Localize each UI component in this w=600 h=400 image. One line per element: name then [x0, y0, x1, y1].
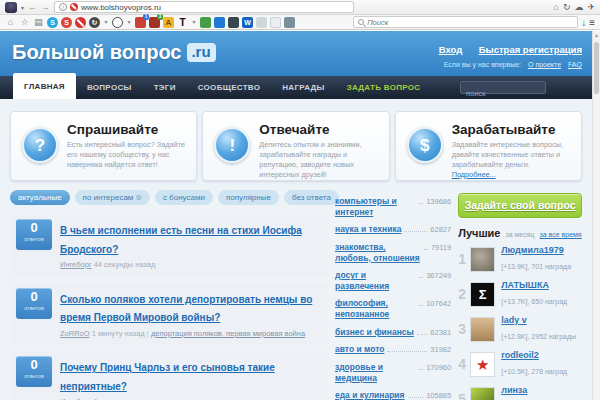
- dotted-leader: [419, 305, 423, 306]
- user-rank: 2: [458, 286, 470, 302]
- nav-item-community[interactable]: СООБЩЕСТВО: [187, 76, 272, 99]
- tab-alltime[interactable]: за все время: [540, 231, 582, 238]
- avatar[interactable]: [470, 317, 495, 342]
- sync-cloud-icon[interactable]: ☁: [574, 1, 583, 13]
- user-link[interactable]: Людмила1979: [501, 245, 571, 255]
- dark-extension-icon[interactable]: [228, 17, 239, 28]
- avatar[interactable]: [470, 247, 495, 272]
- w-extension-icon[interactable]: W: [242, 17, 253, 28]
- clock-extension-icon[interactable]: [112, 17, 123, 28]
- content-blocked-icon[interactable]: [70, 3, 78, 11]
- scroll-up-icon[interactable]: ▲: [593, 31, 600, 40]
- register-link[interactable]: Быстрая регистрация: [479, 44, 582, 55]
- browser-logo-icon[interactable]: [5, 2, 17, 13]
- send-tab-icon[interactable]: ✈: [587, 1, 595, 13]
- browser-search-box[interactable]: [353, 16, 578, 28]
- url-bar[interactable]: i www.bolshoyvopros.ru: [54, 1, 354, 13]
- user-link[interactable]: rodleoil2: [501, 350, 567, 360]
- nav-item-ask[interactable]: ЗАДАТЬ ВОПРОС: [336, 76, 432, 99]
- main-columns: актуальные по интересам ⚙ с бонусами поп…: [10, 190, 582, 400]
- category-link[interactable]: еда и кулинария: [335, 390, 405, 400]
- site-search-box[interactable]: [460, 81, 546, 94]
- refresh-icon[interactable]: ↻: [563, 1, 571, 13]
- archive-icon[interactable]: ▤: [33, 17, 44, 28]
- avatar[interactable]: ★: [470, 352, 495, 377]
- category-link[interactable]: бизнес и финансы: [335, 327, 414, 338]
- about-link[interactable]: О проекте: [528, 61, 561, 68]
- faq-link[interactable]: FAQ: [568, 61, 582, 68]
- window-extension-icon[interactable]: [270, 17, 281, 28]
- site-logo[interactable]: Большой вопрос .ru: [12, 41, 216, 64]
- filter-popular[interactable]: популярные: [218, 190, 279, 205]
- question-link[interactable]: Сколько поляков хотели депортировать нем…: [60, 294, 312, 324]
- downloads-icon[interactable]: ↓: [581, 17, 586, 28]
- user-rank: 1: [458, 251, 470, 267]
- home-bookmark-icon[interactable]: ⌂: [5, 17, 16, 28]
- chevron-down-icon[interactable]: ▾: [103, 17, 109, 28]
- category-link[interactable]: досуг и развлечения: [335, 270, 416, 291]
- user-link[interactable]: lady v: [501, 315, 576, 325]
- chevron-down-icon[interactable]: ▾: [126, 17, 132, 28]
- blue-extension-icon[interactable]: [214, 17, 225, 28]
- light-extension-icon[interactable]: [256, 17, 267, 28]
- no-entry-extension-icon[interactable]: [75, 17, 86, 28]
- more-link[interactable]: Подробнее...: [452, 170, 496, 179]
- top-user-row: 1 Людмила1979[+13.9K], 701 награда: [458, 245, 582, 273]
- filter-interests[interactable]: по интересам ⚙: [75, 190, 150, 205]
- user-link[interactable]: линза: [501, 385, 571, 395]
- ask-question-button[interactable]: Задайте свой вопрос: [458, 193, 582, 218]
- dotted-leader: [419, 277, 423, 278]
- nav-item-awards[interactable]: НАГРАДЫ: [271, 76, 335, 99]
- category-link[interactable]: философия, непознанное: [335, 298, 416, 319]
- question-link[interactable]: Почему Принц Чарльз и его сыновья такие …: [60, 362, 275, 392]
- forward-icon[interactable]: →: [41, 2, 50, 13]
- question-link[interactable]: В чьем исполнении есть песни на стихи Ио…: [60, 225, 302, 255]
- author-link[interactable]: Ингеборг: [60, 260, 92, 269]
- back-icon[interactable]: ←: [28, 2, 37, 13]
- info-icon[interactable]: i: [59, 3, 67, 11]
- nav-item-main[interactable]: ГЛАВНАЯ: [13, 73, 76, 99]
- tab-month[interactable]: за месяц: [505, 231, 534, 238]
- tag-link[interactable]: первая мировая война: [226, 329, 305, 338]
- home-icon[interactable]: ⌂: [553, 1, 558, 13]
- user-link[interactable]: ЛАТЫШКА: [501, 280, 567, 290]
- filter-actual[interactable]: актуальные: [10, 190, 70, 205]
- promo-text: Есть интересный вопрос? Задайте его наше…: [67, 140, 188, 170]
- nav-item-tags[interactable]: ТЭГИ: [143, 76, 187, 99]
- chevron-down-icon[interactable]: ▾: [21, 4, 24, 11]
- url-text[interactable]: www.bolshoyvopros.ru: [81, 3, 161, 12]
- folder-icon[interactable]: [284, 17, 295, 28]
- menu-icon[interactable]: ≡: [589, 17, 595, 28]
- best-users-header: Лучшие за месяц за все время: [458, 227, 582, 239]
- category-link[interactable]: знакомства, любовь, отношения: [335, 242, 421, 263]
- star-icon[interactable]: ☆: [19, 17, 30, 28]
- green-extension-icon[interactable]: [200, 17, 211, 28]
- avatar[interactable]: [470, 387, 495, 400]
- blocked-s-extension-icon[interactable]: S: [61, 17, 72, 28]
- category-link[interactable]: здоровье и медицина: [335, 362, 416, 383]
- history-extension-icon[interactable]: ↻: [89, 17, 100, 28]
- chevron-down-icon[interactable]: ▾: [191, 17, 197, 28]
- drop-extension-icon[interactable]: 3: [149, 17, 160, 28]
- tag-link[interactable]: депортация поляков: [151, 329, 226, 338]
- login-link[interactable]: Вход: [439, 44, 463, 55]
- nav-item-questions[interactable]: ВОПРОСЫ: [76, 76, 143, 99]
- author-link[interactable]: ZoRRoO: [60, 329, 90, 338]
- filter-bonuses[interactable]: с бонусами: [155, 190, 213, 205]
- category-link[interactable]: авто и мото: [335, 344, 384, 355]
- filter-unanswered[interactable]: без ответа: [284, 190, 339, 205]
- adblock-a-extension-icon[interactable]: A: [163, 17, 174, 28]
- page-scrollbar[interactable]: ▲: [592, 31, 600, 400]
- category-link[interactable]: компьютеры и интернет: [335, 196, 416, 217]
- question-meta: Ингеборг 44 секунды назад: [60, 260, 320, 271]
- site-search-input[interactable]: [466, 89, 540, 98]
- text-t-extension-icon[interactable]: T: [177, 17, 188, 28]
- browser-search-input[interactable]: [367, 18, 573, 27]
- skype-extension-icon[interactable]: S: [47, 17, 58, 28]
- scrollbar-thumb[interactable]: [594, 42, 599, 94]
- shield-extension-icon[interactable]: 1: [135, 17, 146, 28]
- category-link[interactable]: наука и техника: [335, 224, 401, 235]
- avatar[interactable]: Σ: [470, 282, 495, 307]
- dotted-leader: [419, 203, 423, 204]
- category-count: 105865: [426, 391, 451, 400]
